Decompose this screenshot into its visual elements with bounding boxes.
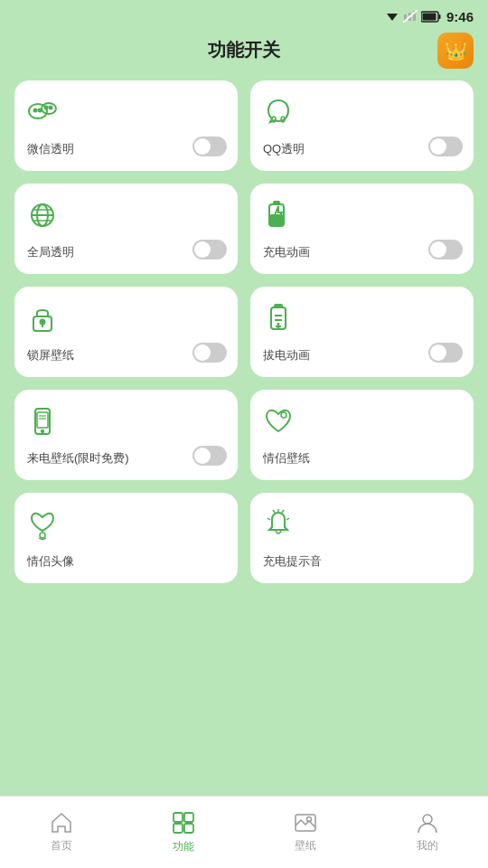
- couple-avatar-label: 情侣头像: [27, 554, 74, 570]
- svg-rect-48: [174, 824, 183, 833]
- svg-point-36: [42, 430, 43, 432]
- crown-button[interactable]: 👑: [437, 33, 474, 69]
- nav-mine-label: 我的: [417, 838, 438, 854]
- qq-transparent-label: QQ透明: [263, 142, 305, 157]
- global-transparent-toggle[interactable]: [192, 240, 227, 259]
- svg-point-39: [281, 412, 286, 418]
- svg-point-12: [45, 107, 48, 109]
- card-wechat-transparent[interactable]: 微信透明: [14, 80, 238, 171]
- unplug-animation-label: 拔电动画: [263, 348, 310, 363]
- incoming-wallpaper-label: 来电壁纸(限时免费): [27, 451, 129, 467]
- nav-feature-label: 功能: [173, 839, 194, 854]
- status-time: 9:46: [446, 9, 474, 24]
- couple-heart-icon: [263, 406, 294, 444]
- svg-line-42: [282, 510, 284, 513]
- wechat-icon: [27, 97, 58, 135]
- svg-point-13: [50, 107, 52, 109]
- card-couple-wallpaper[interactable]: 情侣壁纸: [250, 390, 474, 480]
- svg-line-41: [273, 510, 275, 513]
- nav-home-label: 首页: [51, 838, 72, 854]
- nav-item-mine[interactable]: 我的: [400, 811, 455, 854]
- card-unplug-animation[interactable]: 拔电动画: [250, 287, 474, 377]
- svg-rect-6: [438, 14, 440, 19]
- wechat-transparent-toggle[interactable]: [192, 137, 227, 156]
- card-charge-sound[interactable]: 充电提示音: [250, 493, 474, 583]
- couple-wallpaper-label: 情侣壁纸: [263, 451, 310, 467]
- card-incoming-wallpaper[interactable]: 来电壁纸(限时免费): [14, 390, 238, 480]
- signal-icon: [403, 10, 418, 23]
- lock-wallpaper-toggle[interactable]: [192, 343, 227, 363]
- home-icon: [50, 811, 73, 835]
- card-global-transparent[interactable]: 全局透明: [14, 184, 238, 274]
- page-title: 功能开关: [208, 38, 280, 62]
- svg-point-11: [39, 109, 42, 112]
- charge-animation-toggle[interactable]: [428, 240, 463, 259]
- qq-transparent-toggle[interactable]: [428, 137, 463, 156]
- svg-point-26: [41, 320, 45, 325]
- svg-rect-46: [174, 813, 183, 822]
- charge-bell-icon: [263, 509, 294, 547]
- feature-grid: 微信透明 QQ透明: [0, 71, 488, 598]
- status-bar: 9:46: [0, 0, 488, 29]
- card-couple-avatar[interactable]: 情侣头像: [14, 493, 238, 583]
- qq-icon: [263, 97, 294, 135]
- svg-rect-22: [274, 202, 279, 204]
- svg-rect-35: [37, 412, 48, 428]
- svg-point-10: [34, 109, 37, 112]
- svg-rect-47: [184, 813, 193, 822]
- svg-point-40: [40, 533, 45, 538]
- main-content: 微信透明 QQ透明: [0, 71, 488, 784]
- mine-icon: [416, 811, 439, 835]
- svg-line-45: [286, 518, 289, 520]
- nav-item-feature[interactable]: 功能: [156, 810, 211, 854]
- charge-animation-label: 充电动画: [263, 245, 310, 260]
- svg-point-52: [423, 815, 432, 824]
- battery-icon: [421, 11, 441, 23]
- svg-rect-7: [422, 13, 436, 20]
- wifi-icon: [385, 10, 399, 23]
- nav-wallpaper-label: 壁纸: [295, 838, 316, 854]
- charge-sound-label: 充电提示音: [263, 554, 322, 570]
- card-lock-wallpaper[interactable]: 锁屏壁纸: [14, 287, 238, 377]
- svg-point-51: [306, 817, 311, 822]
- svg-rect-49: [184, 824, 193, 833]
- feature-icon: [171, 810, 196, 835]
- globe-icon: [27, 200, 58, 238]
- phone-wallpaper-icon: [27, 406, 58, 444]
- couple-avatar-icon: [27, 509, 58, 547]
- lock-icon: [27, 303, 58, 341]
- card-charge-animation[interactable]: 充电动画: [250, 184, 474, 274]
- nav-item-wallpaper[interactable]: 壁纸: [278, 811, 333, 854]
- status-icons: [385, 10, 441, 23]
- wechat-transparent-label: 微信透明: [27, 142, 74, 157]
- svg-marker-0: [387, 14, 398, 21]
- card-qq-transparent[interactable]: QQ透明: [250, 80, 474, 171]
- battery-unplug-icon: [263, 303, 294, 341]
- svg-line-44: [267, 518, 270, 520]
- unplug-animation-toggle[interactable]: [428, 343, 463, 363]
- crown-icon: 👑: [445, 40, 467, 61]
- lock-wallpaper-label: 锁屏壁纸: [27, 348, 74, 363]
- page-header: 功能开关 👑: [0, 29, 488, 71]
- wallpaper-icon: [294, 811, 317, 835]
- global-transparent-label: 全局透明: [27, 245, 74, 260]
- bottom-navigation: 首页 功能 壁纸 我的: [0, 796, 488, 868]
- battery-charge-icon: [263, 200, 294, 238]
- nav-item-home[interactable]: 首页: [34, 811, 89, 854]
- incoming-wallpaper-toggle[interactable]: [192, 446, 227, 466]
- svg-rect-29: [275, 305, 282, 307]
